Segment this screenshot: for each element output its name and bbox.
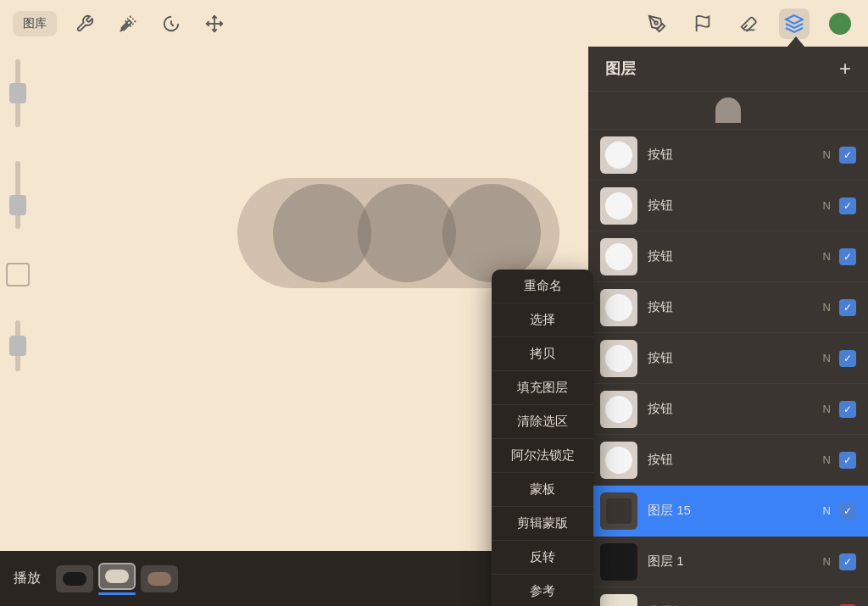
context-clip-mask[interactable]: 剪辑蒙版 — [492, 507, 593, 541]
layer-mode-5: N — [823, 352, 831, 364]
panel-arrow — [787, 36, 804, 47]
light-pill-shape — [105, 570, 129, 583]
layer-item-7[interactable]: 按钮 N — [588, 435, 868, 486]
layer-name-3: 按钮 — [648, 248, 823, 264]
layer-item-5[interactable]: 按钮 N — [588, 333, 868, 384]
top-toolbar: 图库 — [0, 0, 868, 47]
context-reference[interactable]: 参考 — [492, 575, 593, 606]
layer-thumb-bg — [600, 594, 637, 607]
smudge-tool-button[interactable] — [687, 8, 718, 39]
layers-add-button[interactable]: + — [839, 58, 851, 79]
context-clear-selection[interactable]: 清除选区 — [492, 405, 593, 439]
layer-mode-6: N — [823, 403, 831, 415]
layer-item-4[interactable]: 按钮 N — [588, 282, 868, 333]
pencil-tool-button[interactable] — [642, 8, 672, 39]
layer-item-1[interactable]: 按钮 N — [588, 130, 868, 181]
bottom-play-label: 播放 — [14, 570, 41, 587]
gallery-button[interactable]: 图库 — [13, 11, 57, 36]
toolbar-left: 图库 — [13, 8, 230, 39]
layer-item-15[interactable]: 图层 15 N — [588, 486, 868, 537]
shape-btn-1[interactable] — [56, 565, 93, 592]
layer-checkbox-6[interactable] — [839, 401, 856, 418]
layer-item-3[interactable]: 按钮 N — [588, 231, 868, 282]
layer-item-bg[interactable]: 背景颜色 — [588, 587, 868, 606]
context-rename[interactable]: 重命名 — [492, 270, 593, 303]
context-alpha-lock[interactable]: 阿尔法锁定 — [492, 439, 593, 473]
layer-mode-4: N — [823, 301, 831, 314]
layer-item-layer1[interactable]: 图层 1 N — [588, 537, 868, 587]
layer-name-5: 按钮 — [648, 350, 823, 366]
layers-tool-button[interactable] — [779, 8, 810, 39]
layer-checkbox-layer1[interactable] — [839, 553, 856, 570]
eraser-tool-button[interactable] — [733, 8, 764, 39]
brush-size-slider[interactable] — [15, 59, 20, 127]
shape-wrapper-3 — [141, 565, 178, 592]
layer-mode-2: N — [823, 199, 831, 212]
color-square[interactable] — [6, 263, 30, 286]
context-menu: 重命名 选择 拷贝 填充图层 清除选区 阿尔法锁定 蒙板 剪辑蒙版 反转 参考 … — [492, 270, 593, 606]
active-indicator — [98, 592, 136, 595]
layer-mode-3: N — [823, 250, 831, 263]
layer-name-2: 按钮 — [648, 197, 823, 214]
layer-thumb-6 — [600, 391, 637, 428]
left-sidebar: ↩ — [0, 47, 36, 606]
layer-name-1: 按钮 — [648, 147, 823, 163]
move-button[interactable] — [199, 8, 230, 39]
layer-checkbox-4[interactable] — [839, 299, 856, 316]
svg-point-6 — [654, 21, 658, 25]
context-mask[interactable]: 蒙板 — [492, 473, 593, 507]
layer-name-4: 按钮 — [648, 299, 823, 315]
shape-btn-2[interactable] — [98, 563, 136, 590]
shape-btn-3[interactable] — [141, 565, 178, 592]
layer-thumb-15 — [600, 492, 637, 530]
layer-mode-7: N — [823, 453, 831, 466]
layer-thumb-5 — [600, 340, 637, 377]
magic-wand-button[interactable] — [113, 8, 143, 39]
layer-thumb-layer1 — [600, 543, 637, 581]
layer-checkbox-7[interactable] — [839, 452, 856, 469]
context-fill[interactable]: 填充图层 — [492, 371, 593, 405]
context-copy[interactable]: 拷贝 — [492, 337, 593, 371]
layer-thumb-1 — [600, 136, 637, 174]
layer-name-15: 图层 15 — [648, 503, 823, 519]
layer-checkbox-15[interactable] — [839, 503, 856, 520]
layer-item[interactable] — [588, 92, 868, 130]
layer-mode-15: N — [823, 504, 831, 517]
layers-header: 图层 + — [588, 47, 868, 92]
svg-marker-8 — [786, 15, 803, 24]
context-select[interactable]: 选择 — [492, 303, 593, 337]
layer-name-layer1: 图层 1 — [648, 553, 823, 570]
layer-thumb-4 — [600, 289, 637, 326]
toolbar-right — [642, 8, 855, 39]
layer-mode-1: N — [823, 148, 831, 161]
svg-point-1 — [273, 184, 371, 282]
svg-point-2 — [358, 184, 456, 282]
dark-pill-shape — [63, 572, 86, 586]
layer-checkbox-1[interactable] — [839, 147, 856, 164]
layer-thumb-3 — [600, 238, 637, 275]
layers-panel: 图层 + 按钮 N 按钮 N 按钮 N — [588, 47, 868, 606]
third-slider[interactable] — [15, 320, 20, 371]
lasso-button[interactable] — [156, 8, 186, 39]
layer-mode-layer1: N — [823, 555, 831, 568]
wrench-button[interactable] — [70, 8, 100, 39]
layer-thumb-7 — [600, 442, 637, 479]
svg-point-3 — [442, 184, 541, 282]
shape-wrapper-1 — [56, 565, 93, 592]
brown-pill-shape — [147, 572, 171, 586]
brush-size-thumb[interactable] — [9, 83, 26, 103]
layers-list: 按钮 N 按钮 N 按钮 N 按钮 N 按钮 N — [588, 92, 868, 606]
third-thumb[interactable] — [9, 336, 26, 356]
layer-name-7: 按钮 — [648, 452, 823, 468]
color-swatch-button[interactable] — [825, 8, 855, 39]
layer-item-6[interactable]: 按钮 N — [588, 384, 868, 435]
layer-checkbox-3[interactable] — [839, 248, 856, 265]
layer-item-2[interactable]: 按钮 N — [588, 181, 868, 231]
layer-thumb-2 — [600, 187, 637, 225]
context-invert[interactable]: 反转 — [492, 541, 593, 575]
shape-wrapper-2 — [98, 563, 136, 595]
layer-checkbox-5[interactable] — [839, 350, 856, 367]
layer-checkbox-2[interactable] — [839, 197, 856, 214]
opacity-thumb[interactable] — [9, 195, 26, 215]
opacity-slider[interactable] — [15, 161, 20, 229]
